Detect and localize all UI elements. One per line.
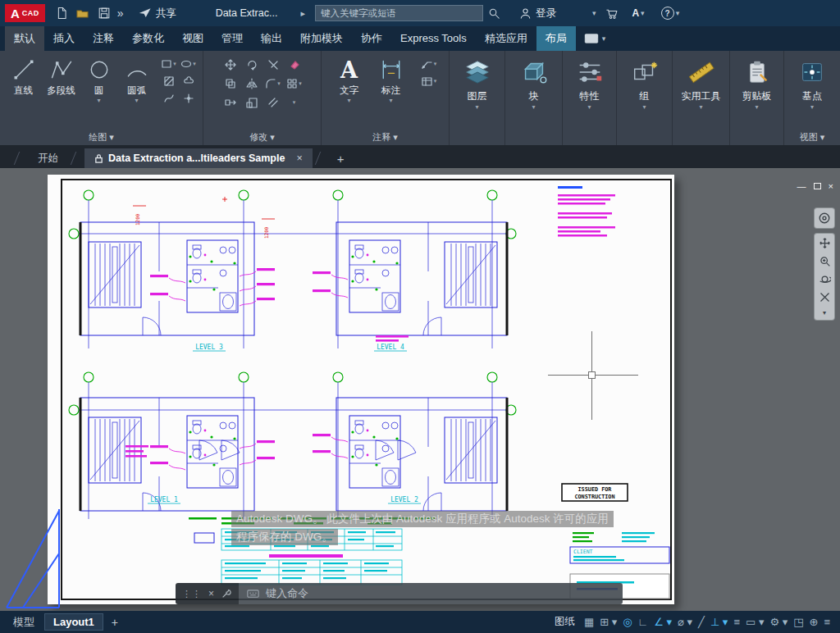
command-close-icon[interactable]: × (208, 588, 214, 599)
utilities-button[interactable]: 实用工具 ▾ (675, 55, 727, 131)
tab-drawing[interactable]: Data Extraction a...ltileaders Sample × (84, 148, 313, 168)
isolate-button[interactable]: ⊕ (810, 616, 819, 628)
polar-toggle[interactable]: ∠ ▾ (654, 616, 672, 628)
grid-lines[interactable] (79, 200, 507, 519)
leader-tool-icon[interactable]: ▾ (415, 55, 443, 72)
quick-access-expand-icon[interactable]: » (117, 7, 124, 20)
multileader-annotations[interactable] (126, 268, 409, 470)
arc-caret-icon[interactable]: ▾ (135, 97, 138, 105)
ribbon-tab-layout[interactable]: 布局 (536, 26, 576, 51)
polyline-tool[interactable]: 多段线 (43, 55, 80, 131)
ribbon-tab-default[interactable]: 默认 (5, 26, 44, 51)
circle-caret-icon[interactable]: ▾ (97, 97, 100, 105)
isodraft-toggle[interactable]: ⌀ ▾ (678, 616, 692, 628)
red-dimensions[interactable]: 1200 1200 (133, 197, 275, 239)
share-button[interactable]: 共享 (139, 7, 176, 20)
account-caret-icon[interactable]: ▾ (592, 9, 596, 17)
new-file-icon[interactable] (52, 3, 71, 23)
text-tool[interactable]: A 文字 ▾ (328, 55, 371, 131)
plan-unit-top-left[interactable] (80, 222, 254, 335)
rotate-tool-icon[interactable] (241, 55, 262, 74)
zoom-icon[interactable] (819, 255, 831, 267)
ribbon-tab-addins[interactable]: 附加模块 (291, 26, 352, 51)
ribbon-tab-view[interactable]: 视图 (173, 26, 212, 51)
workspace-gear-button[interactable]: ⚙ ▾ (769, 616, 788, 628)
ribbon-tab-manage[interactable]: 管理 (212, 26, 252, 51)
ribbon-tab-express-tools[interactable]: Express Tools (391, 26, 476, 51)
cart-icon[interactable] (602, 3, 622, 23)
table-tool-icon[interactable]: ▾ (415, 72, 443, 89)
copy-tool-icon[interactable] (220, 74, 241, 93)
steering-wheel-icon[interactable] (819, 291, 831, 303)
drawing-canvas[interactable]: 1200 1200 LEVEL 3 LEVEL 4 LEVEL 1 LEVEL … (0, 168, 840, 611)
snap-toggle[interactable]: ⊞ ▾ (600, 616, 617, 628)
groups-button[interactable]: 组 ▾ (619, 55, 669, 131)
search-icon[interactable] (485, 3, 504, 23)
autocad-logo[interactable]: A CAD (5, 4, 45, 22)
drag-handle-icon[interactable]: ⋮⋮ (182, 589, 202, 599)
navbar-menu-caret-icon[interactable]: ▾ (823, 309, 826, 316)
plan-unit-bottom-left[interactable] (80, 398, 254, 511)
viewport-minimize-icon[interactable]: — (797, 181, 806, 191)
ribbon-tab-annotate[interactable]: 注释 (84, 26, 123, 51)
customize-wrench-icon[interactable] (221, 588, 232, 599)
layers-button[interactable]: 图层 ▾ (452, 55, 502, 131)
modify-more-icon[interactable]: ▾ (284, 93, 305, 112)
scale-tool-icon[interactable] (241, 93, 262, 112)
trim-tool-icon[interactable] (262, 55, 284, 74)
help-caret-icon[interactable]: ▾ (676, 9, 680, 17)
plan-unit-top-right[interactable] (336, 222, 507, 335)
move-tool-icon[interactable] (220, 55, 241, 74)
orbit-icon[interactable] (819, 273, 831, 285)
erase-tool-icon[interactable] (284, 55, 305, 74)
rectangle-tool-icon[interactable]: ▾ (159, 55, 179, 72)
level-labels[interactable]: LEVEL 3 LEVEL 4 LEVEL 1 LEVEL 2 (148, 344, 421, 503)
plan-unit-bottom-right[interactable] (336, 398, 507, 511)
otrack-toggle[interactable]: ╱ (698, 616, 705, 628)
block-button[interactable]: 块 ▾ (508, 55, 559, 131)
viewport-restore-icon[interactable] (814, 183, 821, 189)
new-drawing-tab-button[interactable]: + (337, 152, 345, 166)
viewport-close-icon[interactable]: × (829, 181, 833, 191)
new-layout-button[interactable]: + (112, 616, 118, 629)
lineweight-toggle[interactable]: ≡ (733, 616, 740, 628)
a-menu-caret-icon[interactable]: ▾ (641, 9, 645, 17)
sign-in-button[interactable]: 登录 (519, 7, 556, 20)
triangle-object[interactable] (2, 503, 67, 611)
panel-label-draw[interactable]: 绘图 ▾ (0, 131, 203, 145)
model-tab[interactable]: 模型 (7, 615, 41, 630)
fillet-tool-icon[interactable]: ▾ (262, 74, 284, 93)
dimension-tool[interactable]: 标注 ▾ (371, 55, 412, 131)
ortho-toggle[interactable]: ∟ (638, 616, 649, 628)
osnap-toggle[interactable]: ⊥ ▾ (710, 616, 728, 628)
ribbon-tab-parametric[interactable]: 参数化 (123, 26, 173, 51)
search-input[interactable] (315, 5, 483, 21)
infer-toggle[interactable]: ◎ (623, 616, 632, 628)
navigation-wheel-button[interactable] (814, 207, 835, 229)
annotation-toggle[interactable]: ◳ (793, 616, 803, 628)
selection-toggle[interactable]: ▭ ▾ (746, 616, 764, 628)
array-tool-icon[interactable]: ▾ (284, 74, 305, 93)
hatch-tool-icon[interactable] (159, 72, 179, 89)
basepoint-button[interactable]: 基点 ▾ (787, 55, 838, 131)
clipboard-button[interactable]: 剪贴板 ▾ (733, 55, 781, 131)
construction-stamp[interactable]: ISSUED FOR CONSTRUCTION (562, 484, 628, 501)
paper-space-button[interactable]: 图纸 (555, 615, 575, 629)
point-tool-icon[interactable] (179, 89, 199, 107)
grid-toggle[interactable]: ▦ (584, 616, 594, 628)
panel-label-modify[interactable]: 修改 ▾ (203, 131, 321, 145)
close-tab-icon[interactable]: × (296, 153, 302, 164)
panel-label-annotation[interactable]: 注释 ▾ (322, 131, 449, 145)
drawing-sheet[interactable]: 1200 1200 LEVEL 3 LEVEL 4 LEVEL 1 LEVEL … (48, 175, 674, 604)
circle-tool[interactable]: 圆 ▾ (80, 55, 118, 131)
ribbon-tab-output[interactable]: 输出 (252, 26, 291, 51)
ribbon-tab-featured-apps[interactable]: 精选应用 (476, 26, 536, 51)
command-line-grip[interactable]: ⋮⋮ × (176, 583, 239, 604)
title-arrow-icon[interactable]: ▸ (300, 8, 305, 19)
ribbon-display-toggle[interactable]: ▾ (576, 26, 614, 51)
general-notes[interactable] (558, 186, 615, 237)
tab-start[interactable]: 开始 (28, 148, 68, 168)
command-input[interactable]: 键入命令 (239, 583, 623, 604)
layout1-tab[interactable]: Layout1 (44, 613, 103, 631)
ribbon-tab-insert[interactable]: 插入 (44, 26, 84, 51)
